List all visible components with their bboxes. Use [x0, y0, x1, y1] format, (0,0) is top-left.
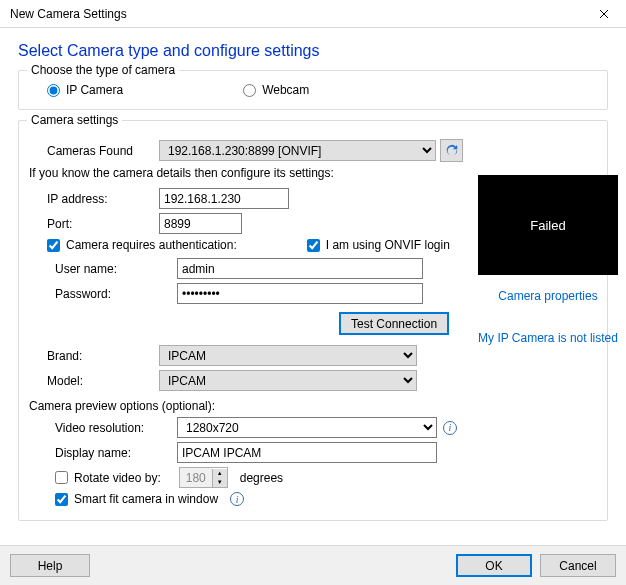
refresh-icon — [445, 144, 459, 158]
ip-label: IP address: — [29, 192, 159, 206]
camera-type-group: Choose the type of camera IP Camera Webc… — [18, 70, 608, 110]
settings-hint: If you know the camera details then conf… — [29, 166, 463, 180]
model-label: Model: — [29, 374, 159, 388]
camera-type-legend: Choose the type of camera — [27, 63, 179, 77]
test-connection-button[interactable]: Test Connection — [339, 312, 449, 335]
window-title: New Camera Settings — [10, 7, 127, 21]
rotate-suffix: degrees — [240, 471, 283, 485]
password-label: Password: — [29, 287, 177, 301]
rotate-spinner[interactable]: ▲▼ — [179, 467, 228, 488]
ok-button[interactable]: OK — [456, 554, 532, 577]
display-name-input[interactable] — [177, 442, 437, 463]
cameras-found-select[interactable]: 192.168.1.230:8899 [ONVIF] — [159, 140, 436, 161]
display-name-label: Display name: — [29, 446, 177, 460]
resolution-label: Video resolution: — [29, 421, 177, 435]
rotate-checkbox[interactable] — [55, 471, 68, 484]
radio-webcam[interactable]: Webcam — [243, 83, 309, 97]
close-icon — [599, 9, 609, 19]
dialog-content: Select Camera type and configure setting… — [0, 28, 626, 545]
page-heading: Select Camera type and configure setting… — [18, 42, 608, 60]
password-input[interactable] — [177, 283, 423, 304]
smartfit-label: Smart fit camera in window — [74, 492, 218, 506]
preview-options-heading: Camera preview options (optional): — [29, 399, 463, 413]
rotate-label: Rotate video by: — [74, 471, 161, 485]
auth-checkbox-input[interactable] — [47, 239, 60, 252]
radio-ip-camera-input[interactable] — [47, 84, 60, 97]
preview-status: Failed — [530, 218, 565, 233]
port-label: Port: — [29, 217, 159, 231]
info-icon[interactable]: i — [443, 421, 457, 435]
port-input[interactable] — [159, 213, 242, 234]
radio-ip-camera[interactable]: IP Camera — [47, 83, 123, 97]
info-icon[interactable]: i — [230, 492, 244, 506]
username-label: User name: — [29, 262, 177, 276]
camera-properties-link[interactable]: Camera properties — [478, 289, 618, 303]
auth-checkbox-label: Camera requires authentication: — [66, 238, 237, 252]
camera-preview: Failed — [478, 175, 618, 275]
close-button[interactable] — [582, 0, 626, 28]
rotate-value — [180, 468, 212, 487]
spinner-arrows[interactable]: ▲▼ — [212, 469, 227, 487]
radio-ip-camera-label: IP Camera — [66, 83, 123, 97]
brand-select[interactable]: IPCAM — [159, 345, 417, 366]
dialog-footer: Help OK Cancel — [0, 545, 626, 585]
not-listed-link[interactable]: My IP Camera is not listed — [478, 331, 618, 345]
help-button[interactable]: Help — [10, 554, 90, 577]
smartfit-checkbox[interactable] — [55, 493, 68, 506]
refresh-button[interactable] — [440, 139, 463, 162]
camera-settings-group: Camera settings Cameras Found 192.168.1.… — [18, 120, 608, 521]
model-select[interactable]: IPCAM — [159, 370, 417, 391]
radio-webcam-input[interactable] — [243, 84, 256, 97]
cancel-button[interactable]: Cancel — [540, 554, 616, 577]
titlebar: New Camera Settings — [0, 0, 626, 28]
username-input[interactable] — [177, 258, 423, 279]
cameras-found-label: Cameras Found — [29, 144, 159, 158]
onvif-checkbox-label: I am using ONVIF login — [326, 238, 450, 252]
brand-label: Brand: — [29, 349, 159, 363]
onvif-checkbox[interactable]: I am using ONVIF login — [307, 238, 450, 252]
resolution-select[interactable]: 1280x720 — [177, 417, 437, 438]
ip-input[interactable] — [159, 188, 289, 209]
camera-settings-legend: Camera settings — [27, 113, 122, 127]
onvif-checkbox-input[interactable] — [307, 239, 320, 252]
auth-checkbox[interactable]: Camera requires authentication: — [47, 238, 237, 252]
radio-webcam-label: Webcam — [262, 83, 309, 97]
